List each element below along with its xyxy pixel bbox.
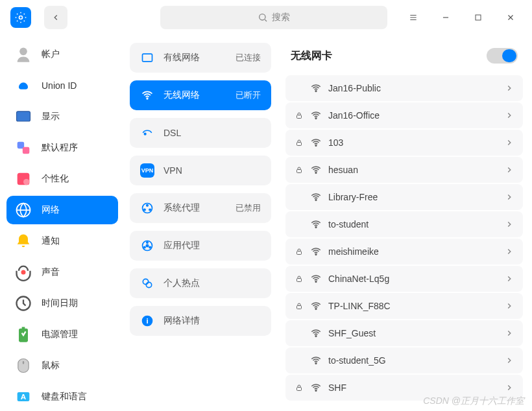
wifi-signal-icon [310, 218, 322, 230]
sidebar-item-9[interactable]: 电源管理 [6, 320, 118, 349]
network-menu-label: 应用代理 [163, 240, 200, 252]
network-menu-label: 个人热点 [163, 277, 200, 289]
chevron-right-icon [505, 165, 514, 174]
wifi-network-item[interactable]: SHF_Guest [285, 320, 523, 346]
network-menu-item-6[interactable]: 个人热点 [130, 268, 271, 298]
menu-button[interactable] [397, 0, 429, 35]
svg-point-9 [23, 179, 29, 185]
sidebar-item-label: 网络 [42, 204, 60, 216]
sidebar-item-7[interactable]: 声音 [6, 258, 118, 287]
chevron-right-icon [505, 138, 514, 147]
wifi-network-item[interactable]: Library-Free [285, 184, 523, 210]
sidebar-item-4[interactable]: 个性化 [6, 165, 118, 193]
sidebar-item-label: Union ID [42, 80, 77, 91]
wifi-network-item[interactable]: to-student [285, 211, 523, 237]
sidebar-item-6[interactable]: 通知 [6, 227, 118, 255]
svg-point-52 [315, 390, 317, 392]
svg-point-46 [315, 281, 317, 283]
network-menu-item-1[interactable]: 无线网络已断开 [130, 80, 271, 110]
sidebar-icon-4 [14, 170, 32, 188]
wifi-network-name: to-student_5G [328, 355, 386, 366]
lock-icon [295, 302, 304, 310]
sidebar-item-5[interactable]: 网络 [6, 196, 118, 224]
wifi-signal-icon [310, 110, 322, 121]
sidebar-item-0[interactable]: 帐户 [6, 40, 118, 69]
window-controls [397, 0, 527, 35]
network-menu-item-2[interactable]: DSL [130, 118, 271, 148]
wifi-network-item[interactable]: Jan16-Office [285, 102, 523, 128]
wifi-network-item[interactable]: meishimeike [285, 239, 523, 264]
svg-rect-4 [17, 112, 30, 121]
svg-rect-45 [297, 279, 302, 282]
search-input[interactable]: 搜索 [160, 6, 387, 29]
network-menu-icon-6 [140, 276, 154, 290]
lock-icon [295, 248, 304, 255]
svg-point-40 [315, 172, 317, 174]
svg-point-44 [315, 254, 317, 255]
network-menu-label: 系统代理 [163, 202, 200, 214]
wifi-network-item[interactable]: SHF [285, 375, 523, 401]
sidebar-item-8[interactable]: 时间日期 [6, 289, 118, 318]
wifi-signal-icon [310, 246, 322, 257]
svg-point-23 [144, 209, 146, 211]
wifi-signal-icon [310, 300, 322, 312]
back-button[interactable] [44, 6, 67, 29]
svg-rect-43 [297, 252, 302, 255]
wifi-network-item[interactable]: 103 [285, 130, 523, 156]
network-menu-item-7[interactable]: i网络详情 [130, 306, 271, 336]
sidebar-icon-0 [14, 45, 32, 64]
sidebar-icon-10 [14, 357, 32, 375]
svg-point-20 [144, 133, 146, 135]
search-icon [258, 12, 268, 23]
network-menu-label: 无线网络 [163, 89, 200, 101]
wifi-network-item[interactable]: ChinaNet-Lq5g [285, 266, 523, 292]
svg-rect-18 [143, 54, 152, 62]
network-menu-status: 已禁用 [236, 202, 261, 214]
wifi-toggle[interactable] [487, 48, 518, 64]
svg-point-41 [315, 200, 317, 201]
sidebar-item-2[interactable]: 显示 [6, 102, 118, 131]
titlebar: 搜索 [0, 0, 532, 35]
svg-point-38 [315, 145, 317, 147]
network-menu-item-3[interactable]: VPNVPN [130, 156, 271, 185]
network-menu-icon-4 [140, 201, 154, 215]
wifi-network-item[interactable]: to-student_5G [285, 347, 523, 373]
network-menu-status: 已断开 [236, 89, 261, 101]
lock-icon [295, 275, 304, 283]
sidebar-item-label: 个性化 [42, 173, 69, 185]
chevron-right-icon [505, 383, 514, 392]
network-menu-label: 有线网络 [163, 52, 200, 64]
sidebar-item-10[interactable]: 鼠标 [6, 351, 118, 380]
close-button[interactable] [494, 0, 527, 35]
sidebar-item-1[interactable]: Union ID [6, 71, 118, 100]
svg-point-42 [315, 227, 317, 228]
chevron-right-icon [505, 193, 514, 202]
wifi-network-name: TP-LINK_F88C [328, 301, 391, 311]
svg-point-3 [19, 48, 27, 56]
wifi-network-item[interactable]: hesuan [285, 157, 523, 183]
minimize-button[interactable] [429, 0, 462, 35]
network-menu-item-5[interactable]: 应用代理 [130, 231, 271, 261]
svg-point-24 [149, 209, 151, 211]
wifi-network-item[interactable]: TP-LINK_F88C [285, 293, 523, 319]
wifi-network-name: hesuan [328, 165, 358, 175]
wifi-signal-icon [310, 191, 322, 203]
wifi-network-name: SHF [328, 382, 346, 393]
sidebar-icon-11: A [14, 388, 32, 406]
svg-point-34 [315, 91, 317, 92]
svg-rect-51 [297, 388, 302, 391]
svg-rect-2 [476, 15, 481, 20]
sidebar-icon-6 [14, 232, 32, 250]
wifi-network-name: 103 [328, 137, 343, 148]
network-menu-item-4[interactable]: 系统代理已禁用 [130, 193, 271, 223]
sidebar-item-3[interactable]: 默认程序 [6, 134, 118, 162]
maximize-button[interactable] [462, 0, 494, 35]
wifi-signal-icon [310, 355, 322, 366]
chevron-right-icon [505, 329, 514, 338]
sidebar-item-11[interactable]: A键盘和语言 [6, 382, 118, 411]
wifi-network-item[interactable]: Jan16-Public [285, 75, 523, 101]
network-menu-item-0[interactable]: 有线网络已连接 [130, 43, 271, 73]
sidebar-item-label: 通知 [42, 235, 60, 247]
sidebar-icon-7 [14, 263, 32, 281]
chevron-right-icon [505, 301, 514, 311]
